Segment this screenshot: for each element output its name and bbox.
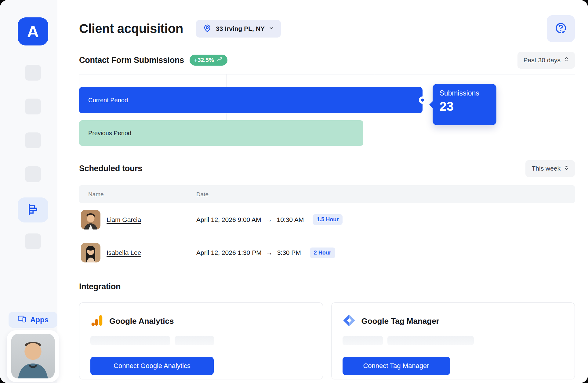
sidebar-bottom: Apps (7, 312, 59, 383)
bar-current-label: Current Period (88, 97, 128, 104)
integration-cards: Google Analytics Connect Google Analytic… (79, 302, 575, 379)
tooltip-label: Submissions (439, 89, 496, 97)
help-question-icon (554, 22, 567, 36)
tours-range-select[interactable]: This week (525, 160, 575, 177)
avatar (81, 210, 100, 229)
skeleton-row (90, 336, 312, 345)
date-cell: April 12, 2026 9:00 AM → 10:30 AM 1.5 Ho… (196, 214, 575, 225)
table-header: Name Date (79, 185, 575, 203)
skeleton-bar (387, 336, 474, 345)
profile-avatar[interactable] (7, 330, 59, 382)
submissions-range-select[interactable]: Past 30 days (517, 52, 575, 69)
unfold-more-icon (564, 56, 569, 64)
devices-icon (17, 314, 27, 325)
tour-name-link[interactable]: Liam Garcia (107, 216, 141, 223)
profile-photo (11, 334, 55, 378)
sidebar-item-6[interactable] (25, 233, 41, 249)
sidebar-item-3[interactable] (25, 132, 41, 148)
sidebar: A (0, 0, 57, 383)
app-logo[interactable]: A (18, 17, 48, 45)
tours-header: Scheduled tours This week (79, 160, 575, 177)
card-title: Google Tag Manager (361, 316, 439, 326)
tours-table: Name Date Liam Garcia April 12, 2026 9:0… (79, 185, 575, 269)
growth-badge: +32.5% (190, 55, 227, 66)
connect-tag-manager-button[interactable]: Connect Tag Manager (343, 357, 450, 375)
date-cell: April 12, 2026 1:30 PM → 3:30 PM 2 Hour (196, 248, 575, 258)
horizontal-bar-chart-icon (26, 203, 40, 217)
duration-badge: 1.5 Hour (313, 214, 343, 225)
sidebar-item-2[interactable] (25, 99, 41, 114)
google-analytics-card: Google Analytics Connect Google Analytic… (79, 302, 323, 379)
submissions-header: Contact Form Submissions +32.5% Past 30 … (79, 52, 575, 69)
bar-previous-period[interactable]: Previous Period (79, 120, 363, 146)
sidebar-item-4[interactable] (25, 166, 41, 182)
main-content: Client acquisition 33 Irving PL, NY (57, 0, 588, 383)
tour-end: 3:30 PM (277, 249, 301, 256)
skeleton-bar (175, 336, 214, 345)
skeleton-bar (90, 336, 170, 345)
sidebar-item-1[interactable] (25, 65, 41, 81)
chart-gridline (523, 74, 523, 140)
google-analytics-icon (90, 314, 104, 328)
chart-point-dot (419, 96, 426, 104)
tooltip-value: 23 (439, 99, 496, 114)
duration-badge: 2 Hour (310, 248, 335, 258)
arrow-right-icon: → (265, 216, 273, 223)
submissions-title: Contact Form Submissions (79, 56, 184, 65)
name-cell: Isabella Lee (81, 243, 189, 262)
avatar (81, 243, 100, 262)
header-divider (79, 51, 575, 51)
sidebar-item-analytics-active[interactable] (18, 197, 48, 222)
page-header: Client acquisition 33 Irving PL, NY (79, 15, 575, 43)
chevron-down-icon (269, 25, 274, 32)
bar-current-period[interactable]: Current Period (79, 87, 423, 113)
unfold-more-icon (564, 165, 569, 172)
location-selector[interactable]: 33 Irving PL, NY (196, 20, 281, 38)
growth-value: +32.5% (194, 57, 214, 63)
location-label: 33 Irving PL, NY (216, 25, 265, 32)
apps-label: Apps (30, 316, 49, 324)
skeleton-bar (343, 336, 383, 345)
card-title: Google Analytics (109, 316, 174, 326)
card-header: Google Analytics (90, 314, 312, 328)
arrow-right-icon: → (266, 249, 273, 256)
sidebar-nav (18, 65, 48, 267)
help-button[interactable] (547, 15, 575, 42)
range-label: This week (532, 165, 561, 172)
location-pin-icon (203, 23, 212, 34)
google-tag-manager-icon (343, 314, 356, 328)
connect-google-analytics-button[interactable]: Connect Google Analytics (90, 357, 214, 375)
page-title: Client acquisition (79, 21, 183, 36)
submissions-chart: Current Period Submissions 23 Previous P… (79, 74, 575, 153)
range-label: Past 30 days (524, 56, 561, 64)
table-row: Isabella Lee April 12, 2026 1:30 PM → 3:… (79, 236, 575, 269)
tour-start: April 12, 2026 9:00 AM (196, 216, 261, 223)
integration-title: Integration (79, 282, 575, 291)
tours-title: Scheduled tours (79, 164, 142, 173)
tour-name-link[interactable]: Isabella Lee (107, 249, 141, 256)
tour-end: 10:30 AM (277, 216, 304, 223)
card-header: Google Tag Manager (343, 314, 564, 328)
bar-previous-label: Previous Period (88, 130, 131, 137)
name-cell: Liam Garcia (81, 210, 189, 229)
column-header-date: Date (196, 191, 575, 198)
tour-start: April 12, 2026 1:30 PM (196, 249, 262, 256)
skeleton-row (343, 336, 564, 345)
app-window: A (0, 0, 588, 383)
logo-letter: A (27, 22, 39, 41)
google-tag-manager-card: Google Tag Manager Connect Tag Manager (331, 302, 575, 379)
chart-tooltip: Submissions 23 (433, 84, 496, 125)
trending-up-icon (216, 56, 223, 64)
column-header-name: Name (88, 191, 196, 198)
apps-button[interactable]: Apps (9, 312, 57, 328)
table-row: Liam Garcia April 12, 2026 9:00 AM → 10:… (79, 203, 575, 236)
